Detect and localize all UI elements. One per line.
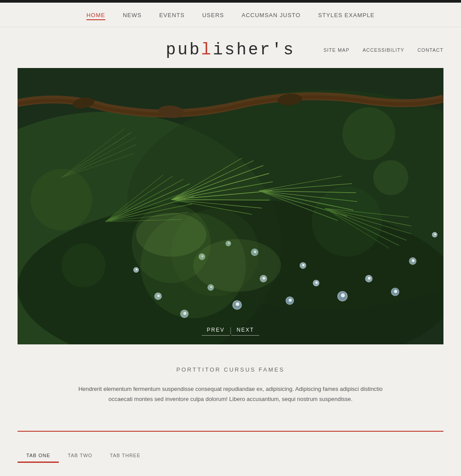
secondary-nav-site-map[interactable]: SITE MAP — [323, 47, 349, 53]
logo-text: publisher's — [166, 40, 295, 59]
main-navigation: HOMENEWSEVENTSUSERSACCUMSAN JUSTOSTYLES … — [0, 3, 461, 27]
svg-point-77 — [136, 213, 206, 257]
header-section: publisher's SITE MAPACCESSIBILITYCONTACT — [0, 27, 461, 68]
svg-point-26 — [368, 277, 371, 279]
secondary-nav-contact[interactable]: CONTACT — [418, 47, 443, 53]
svg-point-7 — [31, 169, 92, 230]
svg-point-86 — [434, 233, 436, 235]
prev-button[interactable]: PREV — [202, 325, 230, 336]
svg-point-8 — [61, 243, 105, 287]
nav-item-news[interactable]: NEWS — [123, 12, 142, 18]
logo-highlight: l — [201, 40, 213, 59]
tab-tab-two[interactable]: TAB TWO — [59, 449, 101, 463]
tab-tab-one[interactable]: TAB ONE — [18, 449, 59, 463]
svg-point-4 — [343, 107, 395, 160]
hero-image: PREV | NEXT — [18, 68, 443, 344]
svg-point-16 — [236, 302, 239, 306]
svg-point-24 — [341, 293, 345, 297]
section-body: Hendrerit elementum fermentum suspendiss… — [77, 384, 384, 404]
svg-point-22 — [315, 282, 318, 284]
secondary-nav-accessibility[interactable]: ACCESSIBILITY — [363, 47, 404, 53]
nav-item-accumsan[interactable]: ACCUMSAN JUSTO — [242, 12, 300, 18]
svg-point-5 — [373, 160, 408, 195]
section-title: PORTTITOR CURSUS FAMES — [18, 366, 443, 373]
svg-point-82 — [302, 264, 304, 266]
logo: publisher's — [166, 40, 295, 59]
nav-item-events[interactable]: EVENTS — [159, 12, 185, 18]
bottom-tabs: TAB ONETAB TWOTAB THREE — [0, 449, 461, 463]
svg-point-20 — [289, 299, 292, 302]
nav-item-users[interactable]: USERS — [202, 12, 224, 18]
svg-point-78 — [193, 239, 281, 292]
tab-tab-three[interactable]: TAB THREE — [101, 449, 150, 463]
secondary-navigation: SITE MAPACCESSIBILITYCONTACT — [323, 47, 443, 53]
footer-line — [18, 431, 443, 432]
svg-point-84 — [412, 259, 415, 262]
content-section: PORTTITOR CURSUS FAMES Hendrerit element… — [0, 344, 461, 418]
svg-point-28 — [394, 290, 397, 293]
next-button[interactable]: NEXT — [231, 325, 259, 336]
nav-item-home[interactable]: HOME — [86, 12, 105, 20]
slide-controls: PREV | NEXT — [202, 325, 260, 336]
nav-item-styles[interactable]: STYLES EXAMPLE — [318, 12, 375, 18]
svg-point-6 — [312, 186, 382, 257]
svg-point-80 — [136, 268, 137, 270]
